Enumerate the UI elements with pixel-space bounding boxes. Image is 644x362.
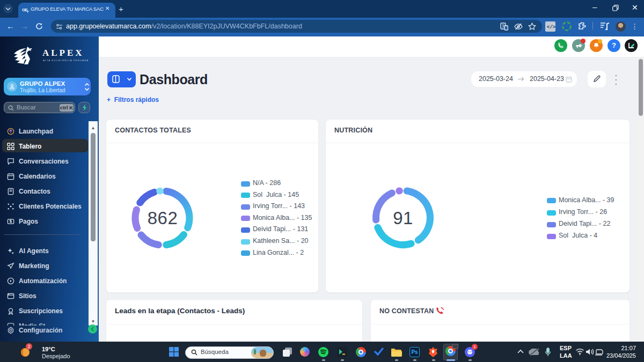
svg-text:</>: </>: [547, 25, 555, 30]
svg-text:ALPEX: ALPEX: [42, 48, 84, 58]
svg-text:ALTA EXCELENCIA PERUANA: ALTA EXCELENCIA PERUANA: [43, 59, 88, 62]
